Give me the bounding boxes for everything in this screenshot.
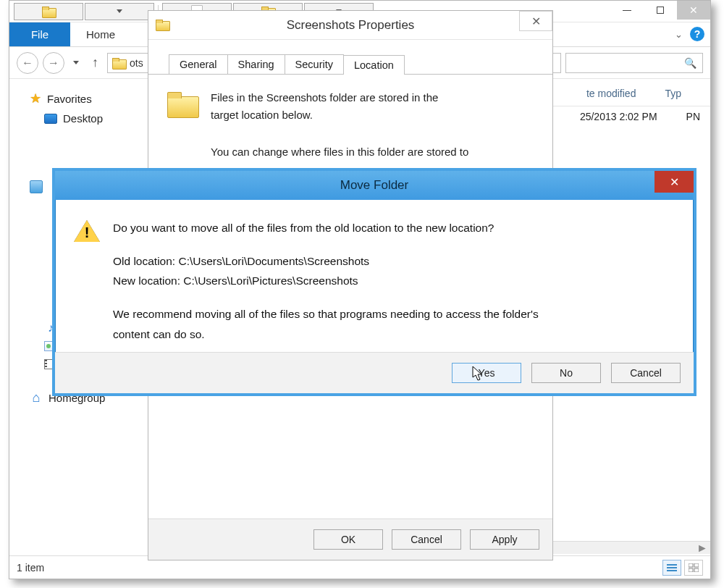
svg-rect-1 bbox=[667, 567, 677, 568]
help-icon[interactable]: ? bbox=[690, 27, 704, 41]
view-switcher bbox=[662, 560, 703, 576]
svg-rect-0 bbox=[667, 564, 677, 566]
move-question: Do you want to move all of the files fro… bbox=[113, 220, 539, 236]
minimize-button[interactable] bbox=[610, 1, 644, 20]
homegroup-icon: ⌂ bbox=[30, 392, 43, 404]
move-folder-dialog: Move Folder ✕ Do you want to move all of… bbox=[52, 168, 696, 396]
svg-rect-6 bbox=[694, 568, 699, 572]
qat-dropdown-1[interactable] bbox=[85, 3, 154, 20]
properties-ok-button[interactable]: OK bbox=[313, 529, 383, 550]
move-recommend-2: content can do so. bbox=[113, 327, 539, 343]
props-line-1: Files in the Screenshots folder are stor… bbox=[211, 91, 468, 105]
move-old-location: Old location: C:\Users\Lori\Documents\Sc… bbox=[113, 253, 539, 269]
props-line-2: target location below. bbox=[211, 108, 468, 122]
move-title-bar: Move Folder ✕ bbox=[55, 171, 694, 200]
svg-rect-3 bbox=[689, 563, 693, 567]
breadcrumb-tail: ots bbox=[130, 57, 143, 69]
back-button[interactable]: ← bbox=[17, 52, 38, 74]
breadcrumb[interactable]: ots bbox=[130, 57, 143, 69]
favorites-label: Favorites bbox=[47, 93, 92, 105]
home-tab[interactable]: Home bbox=[70, 22, 131, 46]
qat-folder-icon[interactable] bbox=[14, 3, 83, 20]
address-folder-icon bbox=[112, 58, 125, 68]
tab-sharing[interactable]: Sharing bbox=[227, 54, 285, 74]
history-dropdown[interactable] bbox=[69, 56, 83, 70]
desktop-icon bbox=[44, 113, 57, 125]
properties-tabs: General Sharing Security Location bbox=[148, 40, 552, 75]
tab-security[interactable]: Security bbox=[285, 54, 344, 74]
properties-close-button[interactable]: ✕ bbox=[519, 11, 552, 31]
desktop-label: Desktop bbox=[63, 112, 103, 125]
properties-cancel-button[interactable]: Cancel bbox=[392, 529, 461, 550]
move-recommend-1: We recommend moving all of the files so … bbox=[113, 306, 539, 322]
tab-general[interactable]: General bbox=[169, 54, 228, 74]
props-line-3: You can change where files in this folde… bbox=[211, 145, 468, 159]
libraries-icon bbox=[30, 181, 43, 193]
svg-rect-5 bbox=[689, 568, 693, 572]
details-view-button[interactable] bbox=[662, 560, 681, 576]
row-type: PN bbox=[686, 111, 707, 122]
no-button[interactable]: No bbox=[531, 363, 601, 383]
tab-location[interactable]: Location bbox=[343, 55, 405, 75]
properties-title-bar: Screenshots Properties ✕ bbox=[148, 11, 552, 40]
item-count: 1 item bbox=[17, 562, 44, 574]
close-button[interactable]: ✕ bbox=[677, 1, 710, 20]
properties-apply-button[interactable]: Apply bbox=[470, 529, 539, 550]
favorites-header[interactable]: ★ Favorites bbox=[9, 88, 157, 109]
svg-rect-2 bbox=[667, 570, 677, 571]
warning-icon bbox=[74, 220, 100, 243]
file-tab[interactable]: File bbox=[9, 22, 70, 46]
ribbon-collapse-icon[interactable]: ⌄ bbox=[675, 29, 683, 40]
move-footer: Yes No Cancel bbox=[55, 352, 694, 393]
properties-title: Screenshots Properties bbox=[287, 18, 415, 33]
yes-button[interactable]: Yes bbox=[452, 363, 521, 383]
col-date-modified[interactable]: te modified bbox=[586, 88, 665, 99]
window-controls: ✕ bbox=[610, 1, 710, 20]
scroll-right-icon[interactable]: ► bbox=[696, 542, 709, 554]
forward-button[interactable]: → bbox=[43, 52, 64, 74]
properties-footer: OK Cancel Apply bbox=[148, 518, 552, 560]
row-date: 25/2013 2:02 PM bbox=[580, 111, 686, 122]
maximize-button[interactable] bbox=[644, 1, 677, 20]
move-new-location: New location: C:\Users\Lori\Pictures\Scr… bbox=[113, 273, 539, 289]
move-body: Do you want to move all of the files fro… bbox=[55, 200, 694, 352]
folder-large-icon bbox=[167, 92, 198, 117]
search-box[interactable]: 🔍 bbox=[565, 53, 703, 73]
star-icon: ★ bbox=[30, 91, 41, 106]
move-title: Move Folder bbox=[340, 178, 408, 193]
move-close-button[interactable]: ✕ bbox=[654, 171, 694, 193]
nav-desktop[interactable]: Desktop bbox=[9, 109, 157, 127]
up-button[interactable]: ↑ bbox=[88, 55, 103, 70]
cancel-button[interactable]: Cancel bbox=[611, 363, 681, 383]
properties-body: Files in the Screenshots folder are stor… bbox=[148, 75, 552, 178]
icons-view-button[interactable] bbox=[684, 560, 703, 576]
search-icon: 🔍 bbox=[684, 57, 696, 69]
col-type[interactable]: Typ bbox=[665, 88, 710, 99]
properties-title-icon bbox=[156, 20, 169, 30]
svg-rect-4 bbox=[694, 563, 699, 567]
